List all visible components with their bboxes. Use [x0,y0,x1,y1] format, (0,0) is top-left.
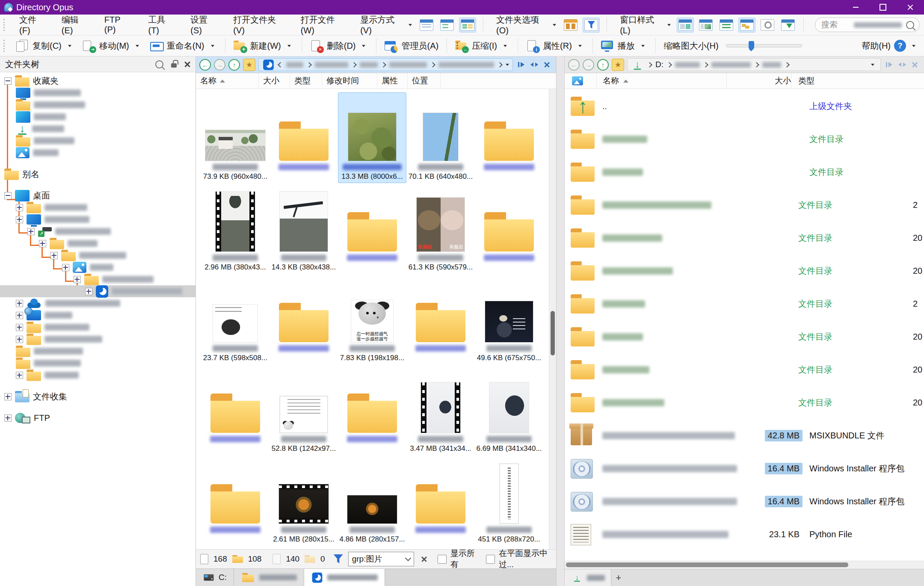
tree-expander-icon[interactable] [16,300,23,307]
tree-expander-icon[interactable] [62,264,69,271]
path-dropdown-icon[interactable] [871,64,874,66]
tree-expander-icon[interactable] [16,324,23,331]
breadcrumb-segment-redacted[interactable] [438,62,494,68]
column-header[interactable]: 名称 [196,73,259,89]
dropdown-arrow-icon[interactable] [211,45,214,47]
tree-expander-icon[interactable] [16,216,23,223]
folder-format-button[interactable] [562,18,579,33]
tree-item[interactable] [0,345,195,357]
search-icon[interactable] [906,21,914,29]
thumbnails-view-button[interactable] [459,18,476,33]
back-button[interactable]: ← [568,59,580,71]
file-grid-item[interactable] [270,274,338,364]
menu-item[interactable]: 打开文件(W) [293,14,355,36]
tree-item[interactable] [0,333,195,345]
tree-item[interactable] [0,285,195,297]
file-list-row[interactable]: 文件目录 20 [565,222,924,255]
file-list-row[interactable]: 23.1 KB Python File [565,518,924,551]
single-list-button[interactable] [718,18,735,33]
breadcrumb-segment-redacted[interactable] [762,62,781,68]
file-grid-item[interactable] [338,364,406,455]
file-list-row[interactable]: 16.4 MB Windows Installer 程序包 [565,452,924,485]
tree-unlock-icon[interactable] [171,63,177,68]
export-button[interactable] [779,18,797,33]
file-list-row[interactable]: .. 上级文件夹 [565,90,924,123]
detach-pane-icon[interactable] [886,61,893,68]
tree-item[interactable] [0,237,195,249]
file-list-row[interactable]: 文件目录 20 [565,255,924,287]
minimize-button[interactable] [842,0,869,15]
chevron-down-icon[interactable] [912,45,915,47]
file-grid-item[interactable]: 14.3 KB (380x438... [270,183,338,274]
list-view-button[interactable] [438,18,456,33]
chevron-right-icon[interactable] [784,62,790,68]
name-column-header[interactable]: 名称 [596,73,726,89]
tree-item[interactable] [0,357,195,369]
toolbar-button[interactable]: 删除(D) [306,37,373,54]
filter-funnel-icon[interactable] [334,554,343,564]
tree-item[interactable] [0,225,195,237]
tree-expander-icon[interactable] [16,204,23,211]
search-box[interactable] [815,18,920,32]
detach-pane-icon[interactable] [518,61,525,68]
file-list-row[interactable]: 文件目录 20 [565,386,924,419]
close-pane-icon[interactable] [911,61,919,68]
chevron-down-icon[interactable] [409,24,412,26]
file-grid-item[interactable]: 6.69 MB (341x340... [475,364,543,455]
menu-item[interactable]: 设置(S) [183,14,225,36]
tree-close-icon[interactable] [184,61,190,67]
toolbar-button[interactable]: 新建(W) [229,37,298,54]
file-grid-item[interactable]: 52.8 KB (1242x97... [270,364,338,455]
folder-tab[interactable] [234,569,304,586]
file-grid-item[interactable]: 2.96 MB (380x43... [201,183,270,274]
chevron-right-icon[interactable] [430,62,435,68]
chevron-left-icon[interactable] [278,62,283,68]
dual-pane-button[interactable] [677,18,694,33]
chevron-right-icon[interactable] [703,62,708,68]
tree-expander-icon[interactable] [50,252,58,259]
file-grid-item[interactable]: 49.6 KB (675x750... [475,274,543,364]
file-grid-item[interactable]: 美颜前 美颜后 61.3 KB (590x579... [406,183,475,274]
tree-item[interactable] [0,261,195,273]
thumbnail-size-slider[interactable] [726,44,802,47]
file-list-row[interactable]: 文件目录 [565,123,924,156]
folder-tab[interactable]: C: [196,569,234,586]
tree-item[interactable]: 收藏夹 [0,75,195,87]
tree-expander-icon[interactable] [4,77,12,85]
file-grid-item[interactable]: 13.3 MB (8000x6... [338,92,406,183]
menu-item[interactable]: 工具(T) [140,14,183,36]
tree-item[interactable]: 桌面 [0,189,195,201]
file-list-row[interactable]: 文件目录 20 [565,320,924,353]
file-grid-item[interactable] [475,92,543,183]
breadcrumb-segment[interactable]: D: [655,60,663,69]
scrollbar-thumb[interactable] [551,311,555,355]
dropdown-arrow-icon[interactable] [287,45,291,47]
dropdown-arrow-icon[interactable] [641,45,645,47]
details-view-button[interactable] [418,18,435,33]
toolbar-button[interactable]: 播放 [597,37,652,54]
flat-filter-option[interactable]: 在平面显示中过... [486,548,552,570]
file-grid-item[interactable]: 70.1 KB (640x480... [406,92,475,183]
find-files-button[interactable] [759,18,776,33]
column-header[interactable]: 类型 [290,73,322,89]
tree-expander-icon[interactable] [85,288,92,295]
file-list-row[interactable]: 文件目录 [565,156,924,189]
menu-item[interactable]: 文件(F) [12,14,54,36]
tree-item[interactable] [0,123,195,135]
pane-splitter[interactable] [557,56,565,586]
help-icon[interactable] [894,40,906,52]
favorites-icon[interactable]: ★ [612,59,624,71]
menu-item[interactable]: 打开文件夹(V) [225,14,293,36]
breadcrumb-segment-redacted[interactable] [675,62,700,68]
file-list-row[interactable]: 文件目录 2 [565,189,924,222]
tree-item[interactable]: FTP [0,412,195,424]
maximize-button[interactable] [869,0,897,15]
size-column-header[interactable]: 大小 [726,73,791,89]
chevron-right-icon[interactable] [497,62,503,68]
file-grid-item[interactable] [201,364,270,455]
dropdown-arrow-icon[interactable] [362,45,365,47]
file-grid-item[interactable] [201,455,270,546]
up-button[interactable]: ↑ [228,59,240,71]
tree-search-icon[interactable] [155,60,163,68]
tree-expander-icon[interactable] [16,372,23,379]
